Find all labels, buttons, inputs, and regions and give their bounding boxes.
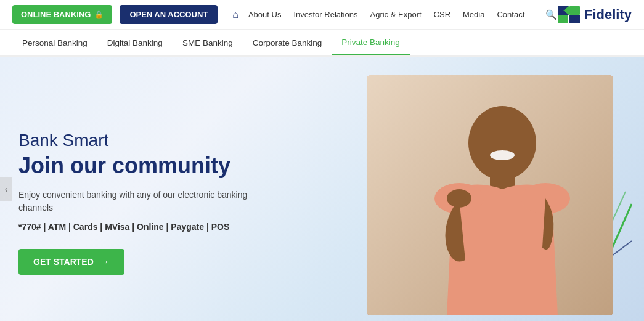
- open-account-button[interactable]: OPEN AN ACCOUNT: [120, 5, 218, 24]
- logo-icon: [557, 6, 581, 24]
- carousel-prev-button[interactable]: ‹: [0, 177, 12, 201]
- search-icon[interactable]: 🔍: [545, 9, 557, 20]
- nav-private-banking[interactable]: Private Banking: [332, 30, 410, 55]
- logo-area: Fidelity: [557, 6, 632, 24]
- arrow-right-icon: →: [100, 256, 110, 267]
- nav-digital-banking[interactable]: Digital Banking: [97, 31, 173, 55]
- get-started-button[interactable]: GET STARTED →: [18, 249, 124, 275]
- hero-description: Enjoy convenient banking with any of our…: [18, 189, 277, 214]
- svg-point-16: [490, 150, 515, 160]
- hero-subtitle: Bank Smart: [18, 131, 277, 150]
- nav-corporate-banking[interactable]: Corporate Banking: [243, 31, 332, 55]
- svg-point-11: [468, 106, 536, 180]
- nav-item-about[interactable]: About Us: [248, 10, 281, 19]
- nav-personal-banking[interactable]: Personal Banking: [12, 31, 97, 55]
- lock-icon: 🔒: [94, 10, 104, 19]
- hero-content: Bank Smart Join our community Enjoy conv…: [18, 131, 277, 275]
- svg-point-15: [447, 189, 471, 208]
- get-started-label: GET STARTED: [33, 257, 94, 267]
- person-silhouette: [367, 75, 613, 315]
- fidelity-logo: Fidelity: [557, 6, 632, 24]
- online-banking-label: ONLINE BANKING: [21, 10, 91, 19]
- hero-section: ‹ Bank Smart Join our community Enjoy co…: [0, 57, 644, 321]
- main-navigation: Personal Banking Digital Banking SME Ban…: [0, 30, 644, 57]
- nav-item-media[interactable]: Media: [463, 10, 484, 19]
- logo-text: Fidelity: [584, 7, 632, 23]
- nav-sme-banking[interactable]: SME Banking: [173, 31, 243, 55]
- online-banking-button[interactable]: ONLINE BANKING 🔒: [12, 5, 112, 24]
- svg-rect-2: [558, 15, 568, 23]
- svg-rect-1: [569, 6, 580, 15]
- hero-channels: *770# | ATM | Cards | MVisa | Online | P…: [18, 222, 277, 232]
- hero-title: Join our community: [18, 153, 277, 179]
- nav-item-csr[interactable]: CSR: [434, 10, 450, 19]
- nav-item-agric[interactable]: Agric & Export: [370, 10, 421, 19]
- nav-item-investor[interactable]: Investor Relations: [293, 10, 357, 19]
- hero-person-image: [367, 75, 613, 315]
- nav-item-contact[interactable]: Contact: [497, 10, 524, 19]
- top-navigation: About Us Investor Relations Agric & Expo…: [248, 10, 538, 19]
- top-bar: ONLINE BANKING 🔒 OPEN AN ACCOUNT ⌂ About…: [0, 0, 644, 30]
- home-icon[interactable]: ⌂: [232, 9, 238, 20]
